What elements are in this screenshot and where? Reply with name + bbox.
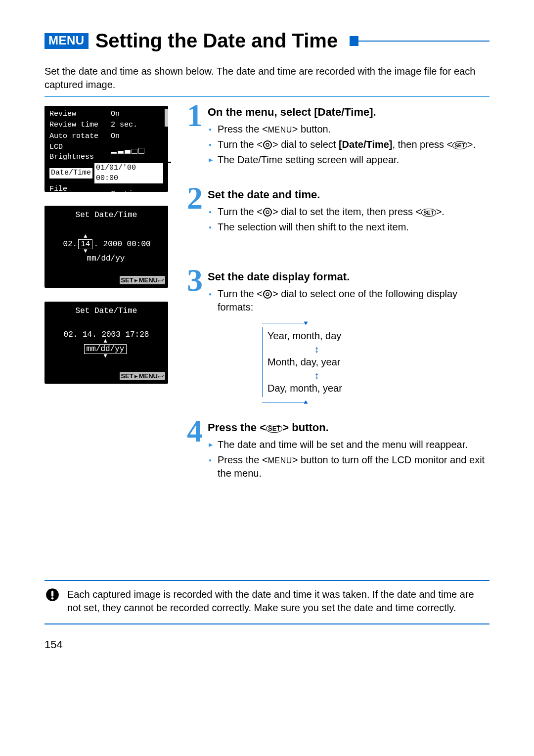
- date-part: . 2000 00:00 mm/dd/yy: [87, 240, 151, 263]
- svg-point-8: [51, 597, 54, 600]
- lcd-title: Set Date/Time: [44, 302, 168, 315]
- menu-row-date-time: Date/Time 01/01/'00 00:00: [44, 163, 168, 184]
- scroll-tab-icon: [165, 109, 168, 127]
- svg-point-0: [264, 141, 271, 149]
- menu-value: 01/01/'00 00:00: [94, 163, 163, 183]
- menu-row-lcd-brightness: LCD Brightness: [44, 142, 168, 163]
- step-item-result: The Date/Time setting screen will appear…: [218, 153, 490, 167]
- menu-row-review-time: Review time 2 sec.: [44, 120, 168, 131]
- text-bold: [Date/Time]: [339, 139, 393, 150]
- step-item: Turn the <> dial to set the item, then p…: [218, 205, 490, 219]
- lcd-body: 02. 14. 2003 17:28 ▲mm/dd/yy▼: [44, 315, 168, 371]
- svg-point-2: [264, 208, 271, 216]
- page: MENU Setting the Date and Time Set the d…: [0, 0, 534, 756]
- menu-label: LCD Brightness: [49, 142, 109, 163]
- text: Press the <: [208, 421, 266, 434]
- svg-point-5: [266, 293, 269, 296]
- step-title: Set the date display format.: [208, 270, 490, 283]
- dial-icon: [263, 207, 272, 217]
- selection-arrows-icon: ▲mm/dd/yy▼: [84, 339, 127, 359]
- step-title: On the menu, select [Date/Time].: [208, 106, 490, 119]
- menu-value: On: [111, 109, 163, 119]
- set-label: SET: [121, 276, 133, 284]
- step-item: Press the <MENU> button to turn off the …: [218, 453, 490, 480]
- text: , then press <: [393, 139, 453, 150]
- step-number: 2: [184, 185, 206, 236]
- page-title: Setting the Date and Time: [95, 30, 338, 52]
- text: Turn the <: [218, 206, 263, 217]
- step-content: Set the date display format. Turn the <>…: [208, 270, 490, 402]
- menu-value: 2 sec.: [111, 120, 163, 130]
- step-number: 3: [184, 267, 206, 402]
- menu-label: Date/Time: [49, 168, 92, 178]
- set-icon: SET: [421, 209, 436, 217]
- step-item: Turn the <> dial to select [Date/Time], …: [218, 138, 490, 151]
- text: Press the <: [218, 454, 268, 465]
- lcd-footer: SET▸MENU⮐: [44, 275, 168, 288]
- svg-rect-7: [51, 591, 53, 597]
- lcd-footer-buttons: SET▸MENU⮐: [120, 276, 165, 284]
- format-option: Month, day, year: [267, 354, 366, 371]
- lcd-set-date-screen-2: Set Date/Time 02. 14. 2003 17:28 ▲mm/dd/…: [44, 302, 168, 384]
- date-part: [127, 345, 129, 354]
- step-content: Set the date and time. Turn the <> dial …: [208, 188, 490, 236]
- text: > dial to set the item, then press <: [272, 206, 421, 217]
- set-icon: SET: [266, 425, 282, 433]
- caution-icon: [45, 588, 59, 604]
- menu-label: MENU: [139, 372, 158, 380]
- step-item-result: The date and time will be set and the me…: [218, 438, 490, 451]
- step-content: Press the <SET> button. The date and tim…: [208, 421, 490, 482]
- lcd-set-date-screen-1: Set Date/Time 02.▲14▼. 2000 00:00 mm/dd/…: [44, 206, 168, 288]
- step-item: The selection will then shift to the nex…: [218, 221, 490, 234]
- cycle-arrow-icon: [262, 398, 307, 402]
- step-number: 4: [184, 418, 206, 482]
- separator: [44, 96, 490, 97]
- note-box: Each captured image is recorded with the…: [44, 580, 490, 624]
- svg-point-1: [266, 143, 269, 146]
- updown-arrow-icon: ↕: [267, 345, 366, 354]
- menu-value: Continuous: [111, 189, 163, 199]
- text: >.: [436, 206, 445, 217]
- dial-icon: [263, 289, 272, 299]
- selection-marker-icon: [168, 162, 171, 163]
- date-part: 02.: [62, 240, 78, 249]
- set-label: SET: [121, 372, 133, 380]
- menu-badge: MENU: [44, 33, 89, 49]
- lcd-menu-screen: Review On Review time 2 sec. Auto rotate…: [44, 106, 168, 192]
- step-1: 1 On the menu, select [Date/Time]. Press…: [184, 106, 490, 169]
- brightness-bar-icon: [111, 147, 163, 157]
- lcd-footer-buttons: SET▸MENU⮐: [120, 372, 165, 380]
- lcd-footer: SET▸MENU⮐: [44, 371, 168, 384]
- text: > dial to select: [272, 139, 339, 150]
- format-option: Year, month, day: [267, 327, 366, 345]
- text: Turn the <: [218, 139, 263, 150]
- text: > button.: [282, 421, 328, 434]
- text: Turn the <: [218, 288, 263, 299]
- page-number: 154: [44, 638, 490, 651]
- step-title: Press the <SET> button.: [208, 421, 490, 434]
- menu-glyph: MENU: [268, 456, 292, 465]
- step-item: Press the <MENU> button.: [218, 123, 490, 136]
- svg-point-3: [266, 211, 269, 214]
- dial-icon: [263, 140, 272, 150]
- menu-label: File numbering: [49, 184, 109, 205]
- step-2: 2 Set the date and time. Turn the <> dia…: [184, 188, 490, 236]
- selection-arrows-icon: ▲14▼: [78, 234, 92, 254]
- content-columns: Review On Review time 2 sec. Auto rotate…: [44, 106, 490, 501]
- title-accent: [350, 36, 490, 46]
- step-title: Set the date and time.: [208, 188, 490, 201]
- updown-arrow-icon: ↕: [267, 371, 366, 380]
- menu-label: Auto rotate: [49, 132, 109, 141]
- text: > button.: [292, 124, 331, 134]
- step-3: 3 Set the date display format. Turn the …: [184, 270, 490, 402]
- svg-point-4: [264, 290, 271, 298]
- step-number: 1: [184, 103, 206, 169]
- step-item: Turn the <> dial to select one of the fo…: [218, 287, 490, 314]
- menu-glyph: MENU: [268, 126, 292, 134]
- steps-column: 1 On the menu, select [Date/Time]. Press…: [184, 106, 490, 501]
- menu-value: On: [111, 132, 163, 141]
- lcd-menu-list: Review On Review time 2 sec. Auto rotate…: [44, 106, 168, 218]
- menu-label: Review: [49, 109, 109, 119]
- step-content: On the menu, select [Date/Time]. Press t…: [208, 106, 490, 169]
- lcd-body: 02.▲14▼. 2000 00:00 mm/dd/yy: [44, 220, 168, 275]
